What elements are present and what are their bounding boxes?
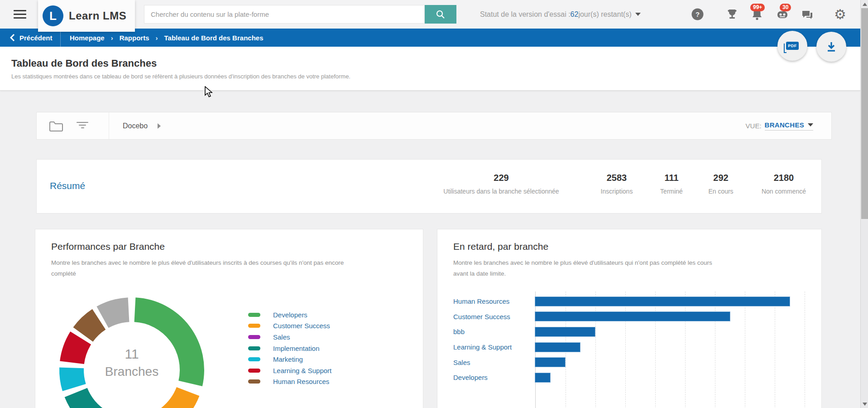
card-description: Montre les branches avec le nombre le pl…	[51, 257, 350, 279]
summary-stat: 2180Non commencé	[762, 173, 806, 195]
view-selector-dropdown[interactable]: VUE: BRANCHES	[746, 112, 813, 139]
stat-label: En cours	[708, 188, 733, 195]
bar-category-label: Customer Success	[453, 313, 535, 321]
help-icon[interactable]: ?	[691, 0, 704, 29]
bar-category-label: Human Resources	[453, 297, 535, 305]
trial-status-dropdown[interactable]: Statut de la version d'essai : 62 jour(s…	[480, 0, 641, 29]
search-input[interactable]	[144, 5, 425, 24]
settings-gear-icon[interactable]: ⚙	[834, 0, 846, 29]
summary-card: Résumé 229Utilisateurs dans la branche s…	[36, 159, 822, 214]
view-value: BRANCHES	[765, 121, 804, 129]
scrollbar-thumb[interactable]	[861, 8, 868, 219]
bar-track	[535, 297, 808, 306]
trial-days: 62	[571, 10, 579, 19]
stat-label: Non commencé	[762, 188, 806, 195]
bar-bbb[interactable]	[535, 327, 595, 336]
legend-swatch	[248, 346, 260, 350]
breadcrumb-item[interactable]: Homepage	[70, 34, 105, 42]
summary-title: Résumé	[50, 180, 85, 191]
stat-value: 229	[443, 173, 559, 183]
legend-swatch	[248, 313, 260, 317]
top-bar: L Learn LMS Statut de la version d'essai…	[0, 0, 860, 29]
export-pdf-button[interactable]: PDF	[777, 31, 807, 61]
legend-label: Marketing	[273, 355, 303, 363]
summary-stat: 111Terminé	[660, 173, 683, 195]
overdue-by-branch-card: En retard, par branche Montre les branch…	[437, 229, 822, 408]
legend-label: Sales	[273, 333, 290, 341]
stat-value: 2583	[601, 173, 633, 183]
bar-category-label: bbb	[453, 328, 535, 335]
breadcrumb-item[interactable]: Rapports	[120, 34, 149, 42]
vertical-scrollbar[interactable]	[860, 0, 868, 408]
logo-icon: L	[43, 5, 63, 26]
overdue-bar-chart: Human ResourcesCustomer SuccessbbbLearni…	[453, 291, 808, 408]
branch-path-docebo[interactable]: Docebo	[123, 112, 161, 139]
filter-bar: Docebo VUE: BRANCHES	[36, 112, 832, 140]
scroll-down-arrow[interactable]	[863, 403, 867, 406]
divider	[109, 112, 109, 139]
legend-swatch	[248, 357, 260, 361]
bar-row: Learning & Support	[453, 340, 808, 355]
bar-Human Resources[interactable]	[535, 297, 790, 306]
notifications-badge: 99+	[750, 4, 765, 11]
summary-stat: 292En cours	[708, 173, 733, 195]
donut-segment-Customer Success[interactable]	[139, 387, 200, 408]
branch-folder-icon[interactable]	[48, 120, 64, 134]
breadcrumb-separator: ›	[111, 34, 113, 42]
bar-row: Sales	[453, 355, 808, 370]
brand-name: Learn LMS	[69, 10, 126, 22]
legend-item[interactable]: Human Resources	[248, 376, 331, 388]
breadcrumb-item: Tableau de Bord des Branches	[164, 34, 264, 42]
chart-rows: Human ResourcesCustomer SuccessbbbLearni…	[453, 294, 808, 385]
messages-chat-icon[interactable]	[801, 0, 813, 29]
chevron-down-icon	[808, 123, 813, 126]
bar-Customer Success[interactable]	[535, 312, 730, 321]
stat-label: Inscriptions	[601, 188, 633, 195]
bar-category-label: Sales	[453, 359, 535, 366]
legend-item[interactable]: Learning & Support	[248, 365, 331, 376]
trial-status-suffix: jour(s) restant(s)	[578, 10, 631, 19]
legend-item[interactable]: Customer Success	[248, 321, 331, 332]
legend-label: Developers	[273, 311, 307, 319]
search-button[interactable]	[425, 5, 456, 24]
performance-by-branch-card: Performances par Branche Montre les bran…	[35, 229, 423, 408]
donut-segment-Implementation[interactable]	[65, 388, 107, 408]
legend-item[interactable]: Developers	[248, 309, 331, 321]
view-label: VUE:	[746, 122, 762, 130]
stat-value: 2180	[762, 173, 806, 183]
legend-label: Human Resources	[273, 378, 329, 385]
filter-icon[interactable]	[77, 122, 88, 130]
stat-value: 292	[708, 173, 733, 183]
hamburger-menu-icon[interactable]	[14, 10, 26, 19]
mouse-cursor	[204, 86, 214, 98]
download-button[interactable]	[816, 32, 846, 62]
card-title: En retard, par branche	[453, 241, 548, 252]
scroll-up-arrow[interactable]	[863, 3, 867, 6]
summary-stat: 229Utilisateurs dans la branche sélectio…	[443, 173, 559, 195]
legend-swatch	[248, 369, 260, 373]
search-icon	[436, 10, 446, 19]
bar-row: bbb	[453, 324, 808, 340]
bar-track	[535, 327, 808, 336]
bar-category-label: Developers	[453, 374, 535, 381]
app-logo[interactable]: L Learn LMS	[38, 0, 135, 32]
legend-item[interactable]: Marketing	[248, 354, 331, 365]
gamification-trophy-icon[interactable]	[726, 0, 738, 29]
bar-Developers[interactable]	[535, 373, 550, 382]
legend-label: Implementation	[273, 345, 320, 352]
legend-item[interactable]: Sales	[248, 331, 331, 343]
legend-item[interactable]: Implementation	[248, 343, 331, 354]
legend-label: Customer Success	[273, 322, 330, 330]
legend-swatch	[248, 379, 260, 384]
bar-row: Human Resources	[453, 294, 808, 309]
page-subtitle: Les statistiques montrées dans ce tablea…	[11, 73, 350, 80]
svg-text:?: ?	[695, 10, 700, 18]
legend-label: Learning & Support	[273, 367, 331, 374]
bar-Sales[interactable]	[535, 358, 565, 367]
bar-Learning & Support[interactable]	[535, 343, 580, 352]
card-description: Montre les branches avec le nombre le pl…	[453, 257, 716, 279]
pdf-icon: PDF	[786, 42, 799, 50]
stat-value: 111	[660, 173, 683, 183]
bot-badge: 30	[780, 4, 791, 11]
donut-legend: DevelopersCustomer SuccessSalesImplement…	[248, 309, 331, 387]
